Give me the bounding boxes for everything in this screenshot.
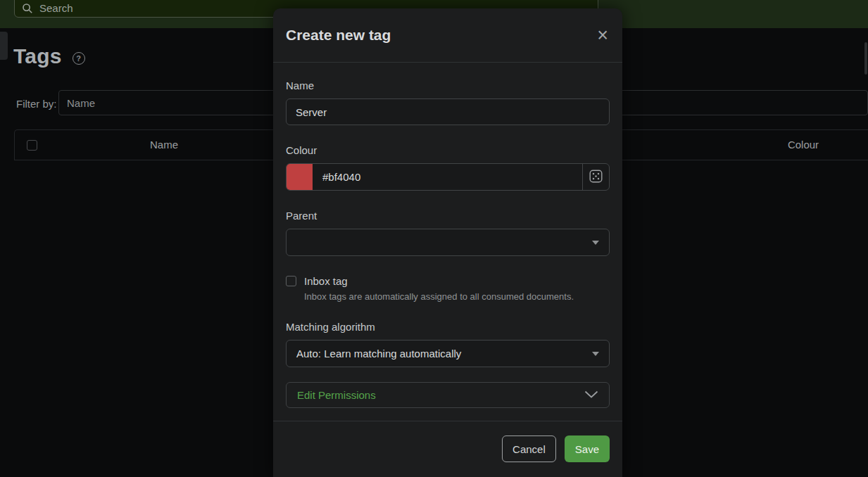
- cancel-button[interactable]: Cancel: [502, 435, 556, 462]
- sidebar-edge: [0, 32, 8, 60]
- chevron-down-icon: [592, 352, 599, 356]
- modal-body: Name Colour: [273, 63, 622, 408]
- inbox-tag-checkbox[interactable]: [286, 276, 296, 286]
- inbox-tag-hint: Inbox tags are automatically assigned to…: [304, 291, 610, 302]
- column-header-colour[interactable]: Colour: [733, 139, 868, 151]
- parent-select[interactable]: [286, 229, 610, 256]
- page-title: Tags: [13, 44, 62, 68]
- parent-field: Parent: [286, 210, 610, 256]
- colour-field: Colour: [286, 144, 610, 191]
- matching-algorithm-value: Auto: Learn matching automatically: [296, 348, 461, 360]
- name-input[interactable]: [286, 98, 610, 125]
- colour-input-group: [286, 163, 610, 191]
- save-button[interactable]: Save: [565, 435, 610, 462]
- colour-label: Colour: [286, 144, 610, 156]
- chevron-down-icon: [584, 390, 598, 400]
- edit-permissions-button[interactable]: Edit Permissions: [286, 382, 610, 408]
- close-icon: ×: [597, 25, 608, 46]
- create-tag-modal: Create new tag × Name Colour: [273, 8, 622, 477]
- inbox-tag-label: Inbox tag: [304, 275, 348, 287]
- matching-algorithm-select[interactable]: Auto: Learn matching automatically: [286, 340, 610, 367]
- modal-header: Create new tag ×: [273, 8, 622, 63]
- help-icon[interactable]: ?: [73, 52, 85, 65]
- search-icon: [22, 3, 33, 14]
- modal-title: Create new tag: [286, 27, 391, 44]
- filter-by-label: Filter by:: [16, 98, 57, 110]
- edit-permissions-label: Edit Permissions: [297, 389, 376, 401]
- name-field: Name: [286, 80, 610, 125]
- parent-label: Parent: [286, 210, 610, 222]
- matching-field: Matching algorithm Auto: Learn matching …: [286, 321, 610, 367]
- dice-icon: [589, 170, 603, 185]
- name-label: Name: [286, 80, 610, 91]
- colour-swatch: [287, 164, 313, 190]
- random-colour-button[interactable]: [582, 164, 609, 190]
- column-header-name[interactable]: Name: [15, 139, 313, 151]
- scrollbar-thumb[interactable]: [864, 42, 867, 75]
- chevron-down-icon: [592, 241, 599, 245]
- colour-input[interactable]: [313, 164, 582, 190]
- matching-algorithm-label: Matching algorithm: [286, 321, 610, 333]
- close-button[interactable]: ×: [596, 26, 610, 45]
- inbox-field: Inbox tag Inbox tags are automatically a…: [286, 275, 610, 302]
- modal-footer: Cancel Save: [273, 421, 622, 473]
